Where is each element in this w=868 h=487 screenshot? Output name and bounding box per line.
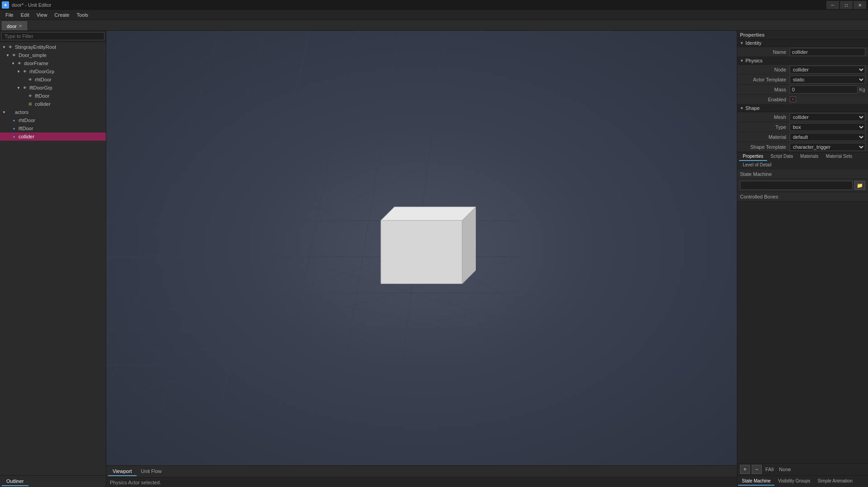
tree-view: ▼ 👁 StingrayEntityRoot ▼ 👁 Door_simple ▼… <box>0 42 106 475</box>
app-icon: ★ <box>2 1 9 9</box>
prop-type-label: Type <box>740 124 790 130</box>
tab-material-sets[interactable]: Material Sets <box>822 152 856 161</box>
prop-actor-template-label: Actor Template <box>740 77 790 82</box>
state-machine-input[interactable] <box>740 181 853 190</box>
status-text: Physics Actor selected. <box>110 480 161 485</box>
right-panel: Properties ▼ Identity Name ▼ Physics Nod… <box>737 31 868 487</box>
3d-box-svg <box>367 195 476 290</box>
tree-item-lftdoor[interactable]: 👁 lftDoor <box>0 92 106 100</box>
tree-arrow: ▼ <box>16 69 21 74</box>
properties-tabs: Properties Script Data Materials Materia… <box>737 152 868 170</box>
viewport[interactable] <box>106 31 737 465</box>
tab-close-icon[interactable]: ✕ <box>19 24 22 28</box>
tab-outliner[interactable]: Outliner <box>2 477 28 486</box>
menu-view[interactable]: View <box>33 11 51 19</box>
tree-item-actor-rhtdoor[interactable]: ● rhtDoor <box>0 116 106 124</box>
tree-item-door-simple[interactable]: ▼ 👁 Door_simple <box>0 51 106 59</box>
prop-node-label: Node <box>740 67 790 72</box>
prop-shape-template-row: Shape Template character_trigger <box>737 142 868 152</box>
tab-script-data[interactable]: Script Data <box>767 152 797 161</box>
svg-marker-20 <box>381 220 462 284</box>
outliner-bottom-tabs: Outliner <box>0 475 106 487</box>
tab-door[interactable]: door ✕ <box>2 21 27 30</box>
menu-create[interactable]: Create <box>51 11 73 19</box>
close-button[interactable]: ✕ <box>854 1 866 9</box>
prop-material-label: Material <box>740 134 790 140</box>
node-select[interactable]: collider <box>790 66 865 74</box>
type-select[interactable]: box <box>790 123 865 131</box>
menu-tools[interactable]: Tools <box>73 11 92 19</box>
tree-item-lftdoorgrp[interactable]: ▼ 👁 lftDoorGrp <box>0 84 106 92</box>
tree-arrow-empty <box>5 134 10 139</box>
section-arrow-icon: ▼ <box>740 106 744 110</box>
tab-viewport[interactable]: Viewport <box>108 467 137 476</box>
mass-unit: Kg <box>859 87 865 92</box>
add-button[interactable]: + <box>740 465 750 474</box>
tree-item-doorframe[interactable]: ▼ 👁 doorFrame <box>0 59 106 67</box>
tab-unit-flow[interactable]: Unit Flow <box>137 467 166 476</box>
circle-icon: ● <box>11 133 17 140</box>
enabled-checkbox[interactable]: ✕ <box>790 96 796 102</box>
menu-edit[interactable]: Edit <box>17 11 33 19</box>
section-physics[interactable]: ▼ Physics <box>737 57 868 65</box>
name-input[interactable] <box>790 48 865 56</box>
title-bar-controls: ─ □ ✕ <box>826 1 866 9</box>
prop-mesh-row: Mesh collider <box>737 112 868 122</box>
fall-label: FAll <box>764 467 775 472</box>
prop-node-row: Node collider <box>737 65 868 75</box>
tree-item-actor-lftdoor[interactable]: ● lftDoor <box>0 124 106 132</box>
section-shape[interactable]: ▼ Shape <box>737 104 868 112</box>
none-label: None <box>777 467 792 472</box>
prop-mass-value: Kg <box>790 85 865 94</box>
circle-icon: ● <box>11 117 17 123</box>
eye-icon: 👁 <box>16 60 23 66</box>
eye-icon: 👁 <box>11 52 17 58</box>
prop-material-row: Material default <box>737 132 868 142</box>
eye-icon: 👁 <box>7 44 14 50</box>
maximize-button[interactable]: □ <box>840 1 853 9</box>
controlled-bones-area <box>737 202 868 463</box>
tree-arrow: ▼ <box>2 110 6 114</box>
section-identity-label: Identity <box>745 40 761 46</box>
section-arrow-icon: ▼ <box>740 59 744 63</box>
tree-item-rhtdoor[interactable]: 👁 rhtDoor <box>0 76 106 84</box>
remove-button[interactable]: − <box>752 465 762 474</box>
prop-type-row: Type box <box>737 122 868 132</box>
search-bar <box>0 31 106 42</box>
menu-bar: File Edit View Create Tools <box>0 10 868 20</box>
prop-enabled-value: ✕ <box>790 96 865 102</box>
folder-icon <box>7 109 14 115</box>
tab-state-machine[interactable]: State Machine <box>738 477 774 486</box>
section-identity[interactable]: ▼ Identity <box>737 39 868 47</box>
shape-template-select[interactable]: character_trigger <box>790 143 865 151</box>
tree-item-collider-mesh[interactable]: ⊞ collider <box>0 100 106 108</box>
actor-template-select[interactable]: static <box>790 76 865 84</box>
tree-item-actors[interactable]: ▼ actors <box>0 108 106 116</box>
node-select-wrapper: collider <box>790 66 865 74</box>
section-shape-label: Shape <box>745 105 760 111</box>
tree-item-actor-collider[interactable]: ● collider <box>0 132 106 141</box>
section-physics-label: Physics <box>745 58 763 63</box>
svg-line-13 <box>129 302 522 370</box>
search-input[interactable] <box>1 32 104 40</box>
mass-input[interactable] <box>790 85 858 94</box>
tab-level-of-detail[interactable]: Level of Detail <box>739 161 775 170</box>
controlled-bones-label: Controlled Bones <box>737 192 868 202</box>
prop-mesh-value: collider <box>790 113 865 121</box>
tab-simple-animation[interactable]: Simple Animation <box>814 477 856 486</box>
material-select-wrapper: default <box>790 133 865 141</box>
tree-arrow-empty <box>22 94 26 98</box>
mesh-select[interactable]: collider <box>790 113 865 121</box>
shape-template-select-wrapper: character_trigger <box>790 143 865 151</box>
main-content: ▼ 👁 StingrayEntityRoot ▼ 👁 Door_simple ▼… <box>0 31 868 487</box>
tab-properties[interactable]: Properties <box>739 152 767 161</box>
tree-item-stringray-root[interactable]: ▼ 👁 StingrayEntityRoot <box>0 43 106 51</box>
tree-item-rhtdoorgrp[interactable]: ▼ 👁 rhtDoorGrp <box>0 67 106 76</box>
material-select[interactable]: default <box>790 133 865 141</box>
state-machine-browse-button[interactable]: 📁 <box>854 181 865 190</box>
prop-node-value: collider <box>790 66 865 74</box>
minimize-button[interactable]: ─ <box>826 1 839 9</box>
tab-visibility-groups[interactable]: Visibility Groups <box>774 477 814 486</box>
menu-file[interactable]: File <box>2 11 17 19</box>
tab-materials[interactable]: Materials <box>797 152 822 161</box>
